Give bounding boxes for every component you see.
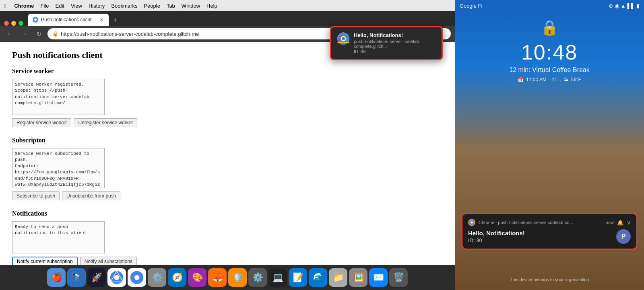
dock-firefox[interactable]: 🦊 [208,268,227,287]
menu-help[interactable]: Help [206,3,217,9]
wifi-icon: ▲ [621,3,626,9]
notify-all-button[interactable]: Notify all subscriptions [80,257,137,265]
menu-edit[interactable]: Edit [56,3,64,9]
dock-safari[interactable]: 🧭 [168,268,186,287]
dock-photos[interactable]: 🖼️ [349,268,367,287]
dock-finder[interactable]: 🍎 [47,268,66,287]
phone-status-icons: ⊕ ◉ ▲ ▌▌ ▮ [609,3,639,9]
browser-notification-title: Hello, Notifications! [354,32,436,38]
tab-bar: Push notifications client ✕ + [0,11,455,26]
cast-icon: ⊕ [609,3,613,9]
mac-menubar:  Chrome File Edit View History Bookmark… [0,0,455,11]
svg-point-8 [342,37,345,40]
dock-launchpad[interactable]: 🔭 [67,268,86,287]
android-notification[interactable]: Chrome · push-notifications-server-codel… [461,213,638,250]
forward-button[interactable]: → [19,28,30,39]
tab-title: Push notifications client [41,17,96,23]
browser-notification-popup: Hello, Notifications! push-notifications… [330,26,443,60]
notification-buttons: Notify current subscription Notify all s… [12,257,443,265]
traffic-lights [4,21,23,26]
maximize-window-button[interactable] [19,21,23,26]
android-notification-header: Chrome · push-notifications-server-codel… [468,219,631,226]
unsubscribe-push-button[interactable]: Unsubscribe from push [62,191,120,200]
android-notification-row: Hello, Notifications! ID: 30 P [468,229,631,244]
subscription-buttons: Subscribe to push Unsubscribe from push [12,191,443,200]
lock-icon: 🔒 [52,31,58,37]
dock: 🍎 🔭 🚀 ⚙️ 🧭 🎨 🦊 🛡️ ⚙️ 💻 📝 🌊 📁 🖼️ ✉️ [0,265,455,290]
dock-chrome-alt[interactable] [128,268,146,287]
dock-paint[interactable]: 🎨 [188,268,206,287]
eye-icon: ◉ [615,3,619,9]
menu-people[interactable]: People [144,3,160,9]
dock-vscode[interactable]: 📝 [289,268,307,287]
dock-rocket[interactable]: 🚀 [87,268,106,287]
subscription-section: Subscripton Subscribe to push Unsubscrib… [12,137,443,200]
phone-status-bar: Google Fi ⊕ ◉ ▲ ▌▌ ▮ [455,0,644,11]
close-window-button[interactable] [4,21,9,26]
notify-current-button[interactable]: Notify current subscription [12,257,78,265]
android-notification-body: ID: 30 [468,237,613,243]
event-time: 11:00 AM – 11... [526,77,561,82]
clock-display: 10:48 12 min: Virtual Coffee Break 📅 11:… [509,42,590,82]
service-worker-buttons: Register service worker Unregister servi… [12,118,443,127]
dock-edge[interactable]: 🌊 [309,268,327,287]
notifications-textarea[interactable] [12,221,105,253]
dock-settings[interactable]: ⚙️ [148,268,166,287]
menu-tab[interactable]: Tab [167,3,175,9]
android-notification-bell: 🔔 [617,220,623,226]
notifications-heading: Notifications [12,210,443,217]
weather-icon: 🌤 [564,77,568,82]
dock-chrome[interactable] [107,268,126,287]
dock-brave[interactable]: 🛡️ [228,268,247,287]
dock-mail[interactable]: ✉️ [369,268,388,287]
subscription-textarea[interactable] [12,148,105,188]
dock-files[interactable]: 📁 [329,268,347,287]
browser-notification-site: push-notifications-server-codelab-comple… [354,39,436,49]
dock-trash[interactable]: 🗑️ [389,268,408,287]
svg-point-1 [34,19,37,21]
browser-notification-id: ID: 88 [354,49,436,54]
calendar-icon: 📅 [518,77,524,82]
phone-brand: Google Fi [460,3,482,9]
chrome-favicon [32,16,39,23]
menu-window[interactable]: Window [182,3,200,9]
apple-menu[interactable]:  [4,2,6,9]
tab-close-button[interactable]: ✕ [98,16,105,23]
menu-view[interactable]: View [71,3,82,9]
chrome-notification-logo [337,32,350,45]
menu-file[interactable]: File [41,3,49,9]
android-notification-app: Chrome · push-notifications-server-codel… [479,220,603,225]
svg-point-3 [114,275,120,280]
lock-screen-icon: 🔒 [541,19,559,36]
menu-bookmarks[interactable]: Bookmarks [111,3,137,9]
signal-icon: ▌▌ [627,3,635,9]
minimize-window-button[interactable] [11,21,16,26]
dock-terminal[interactable]: 💻 [268,268,287,287]
register-service-worker-button[interactable]: Register service worker [12,118,71,127]
browser-tab[interactable]: Push notifications client ✕ [28,14,109,26]
android-notification-title: Hello, Notifications! [468,230,613,237]
notifications-section: Notifications Notify current subscriptio… [12,210,443,265]
phone-lock-screen: 🔒 10:48 12 min: Virtual Coffee Break 📅 1… [455,11,644,290]
svg-point-5 [134,275,140,280]
subscribe-push-button[interactable]: Subscribe to push [12,191,60,200]
android-notification-time: now [606,220,614,225]
android-notification-expand[interactable]: ∨ [627,219,631,226]
clock-event-detail: 📅 11:00 AM – 11... 🌤 56°F [509,77,590,82]
dock-gear[interactable]: ⚙️ [248,268,267,287]
menu-history[interactable]: History [89,3,105,9]
weather-temp: 56°F [571,77,581,82]
reload-button[interactable]: ↻ [33,28,44,39]
back-button[interactable]: ← [4,28,15,39]
svg-point-10 [471,221,473,224]
browser-notification-content: Hello, Notifications! push-notifications… [354,32,436,54]
phone-area: Google Fi ⊕ ◉ ▲ ▌▌ ▮ 🔒 10:48 12 min: Vir… [455,0,644,290]
service-worker-heading: Service worker [12,68,443,75]
service-worker-section: Service worker Register service worker U… [12,68,443,127]
service-worker-textarea[interactable] [12,79,105,115]
unregister-service-worker-button[interactable]: Unregister service worker [74,118,137,127]
clock-event: 12 min: Virtual Coffee Break [509,66,590,74]
battery-icon: ▮ [636,3,639,9]
menu-chrome[interactable]: Chrome [14,3,34,9]
new-tab-button[interactable]: + [109,14,121,26]
